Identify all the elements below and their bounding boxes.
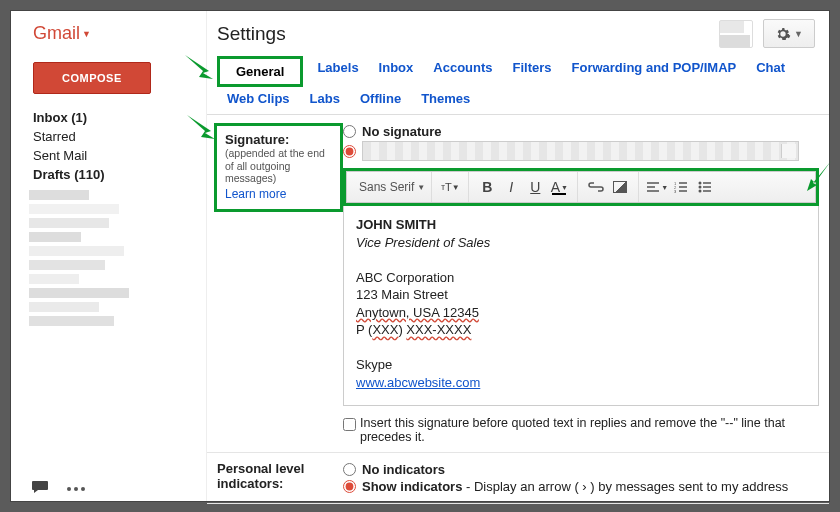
sig-url[interactable]: www.abcwebsite.com bbox=[356, 375, 480, 390]
more-icon[interactable] bbox=[67, 483, 85, 494]
use-signature-option[interactable] bbox=[343, 140, 819, 162]
sig-phone: P (XXX) XXX-XXXX bbox=[356, 321, 806, 339]
folder-drafts[interactable]: Drafts (110) bbox=[33, 165, 206, 184]
sig-company: ABC Corporation bbox=[356, 269, 806, 287]
insert-before-option[interactable]: Insert this signature before quoted text… bbox=[343, 414, 819, 444]
tab-accounts[interactable]: Accounts bbox=[423, 56, 502, 87]
highlight-toolbar: Sans Serif▼ тT▼ B I U A bbox=[343, 168, 819, 206]
signature-editor[interactable]: JOHN SMITH Vice President of Sales ABC C… bbox=[343, 206, 819, 406]
folder-starred[interactable]: Starred bbox=[33, 127, 206, 146]
no-signature-radio[interactable] bbox=[343, 125, 356, 138]
tab-forwarding[interactable]: Forwarding and POP/IMAP bbox=[562, 56, 747, 87]
personal-title: Personal level indicators: bbox=[217, 461, 343, 491]
use-signature-radio[interactable] bbox=[343, 145, 356, 158]
svg-point-5 bbox=[699, 190, 702, 193]
folder-inbox[interactable]: Inbox (1) bbox=[33, 108, 206, 127]
link-button[interactable] bbox=[584, 171, 608, 203]
tab-themes[interactable]: Themes bbox=[411, 87, 480, 110]
redacted-content bbox=[29, 190, 139, 335]
text-color-button[interactable]: A▼ bbox=[547, 171, 571, 203]
svg-point-4 bbox=[699, 186, 702, 189]
no-signature-option[interactable]: No signature bbox=[343, 123, 819, 140]
image-icon bbox=[613, 181, 627, 193]
signature-row: Signature: (appended at the end of all o… bbox=[207, 115, 829, 453]
tab-inbox[interactable]: Inbox bbox=[369, 56, 424, 87]
page-title: Settings bbox=[217, 23, 286, 45]
folder-sent[interactable]: Sent Mail bbox=[33, 146, 206, 165]
underline-button[interactable]: U bbox=[523, 171, 547, 203]
folder-list: Inbox (1) Starred Sent Mail Drafts (110) bbox=[11, 108, 206, 184]
caret-down-icon: ▼ bbox=[794, 29, 803, 39]
avatar[interactable] bbox=[719, 20, 753, 48]
signature-subtitle: (appended at the end of all outgoing mes… bbox=[225, 147, 332, 185]
bullet-list-icon bbox=[698, 181, 712, 193]
chat-icon[interactable] bbox=[31, 480, 49, 494]
settings-gear-button[interactable]: ▼ bbox=[763, 19, 815, 48]
image-button[interactable] bbox=[608, 171, 632, 203]
no-indicators-radio[interactable] bbox=[343, 463, 356, 476]
caret-down-icon: ▼ bbox=[82, 29, 91, 39]
show-indicators-option[interactable]: Show indicators - Display an arrow ( › )… bbox=[343, 478, 819, 495]
show-indicators-label: Show indicators bbox=[362, 479, 462, 494]
numbered-list-icon: 123 bbox=[674, 181, 688, 193]
sig-skype: Skype bbox=[356, 356, 806, 374]
bullet-list-button[interactable] bbox=[693, 171, 717, 203]
signature-title: Signature: bbox=[225, 132, 332, 147]
italic-button[interactable]: I bbox=[499, 171, 523, 203]
numbered-list-button[interactable]: 123 bbox=[669, 171, 693, 203]
svg-text:3: 3 bbox=[674, 189, 677, 193]
no-indicators-option[interactable]: No indicators bbox=[343, 461, 819, 478]
sig-city: Anytown, USA 12345 bbox=[356, 305, 479, 320]
font-family-select[interactable]: Sans Serif▼ bbox=[359, 180, 425, 194]
personal-indicators-row: Personal level indicators: No indicators… bbox=[207, 453, 829, 504]
settings-tabs: General Labels Inbox Accounts Filters Fo… bbox=[207, 56, 829, 110]
tab-labs[interactable]: Labs bbox=[300, 87, 350, 110]
no-indicators-label: No indicators bbox=[362, 462, 445, 477]
main-panel: Settings ▼ General Labels Inbox Accounts… bbox=[206, 11, 829, 501]
font-size-button[interactable]: тT▼ bbox=[438, 171, 462, 203]
bold-button[interactable]: B bbox=[475, 171, 499, 203]
link-icon bbox=[588, 182, 604, 192]
tab-web-clips[interactable]: Web Clips bbox=[217, 87, 300, 110]
highlight-signature-label: Signature: (appended at the end of all o… bbox=[214, 123, 343, 212]
tab-offline[interactable]: Offline bbox=[350, 87, 411, 110]
highlight-general: General bbox=[217, 56, 303, 87]
tab-filters[interactable]: Filters bbox=[503, 56, 562, 87]
sidebar: Gmail ▼ COMPOSE Inbox (1) Starred Sent M… bbox=[11, 11, 206, 501]
learn-more-link[interactable]: Learn more bbox=[225, 187, 332, 201]
align-button[interactable]: ▼ bbox=[645, 171, 669, 203]
brand-label: Gmail bbox=[33, 23, 80, 44]
gear-icon bbox=[775, 26, 791, 42]
insert-before-label: Insert this signature before quoted text… bbox=[360, 416, 819, 444]
show-indicators-radio[interactable] bbox=[343, 480, 356, 493]
svg-point-3 bbox=[699, 182, 702, 185]
sig-name: JOHN SMITH bbox=[356, 216, 806, 234]
email-select[interactable] bbox=[362, 141, 799, 161]
gmail-dropdown[interactable]: Gmail ▼ bbox=[11, 19, 206, 54]
tab-general[interactable]: General bbox=[226, 60, 294, 83]
align-icon bbox=[646, 181, 660, 193]
sig-title: Vice President of Sales bbox=[356, 234, 806, 252]
insert-before-checkbox[interactable] bbox=[343, 418, 356, 431]
signature-toolbar: Sans Serif▼ тT▼ B I U A bbox=[346, 171, 816, 203]
tab-chat[interactable]: Chat bbox=[746, 56, 795, 87]
compose-button[interactable]: COMPOSE bbox=[33, 62, 151, 94]
no-signature-label: No signature bbox=[362, 124, 441, 139]
sig-street: 123 Main Street bbox=[356, 286, 806, 304]
tab-labels[interactable]: Labels bbox=[307, 56, 368, 87]
